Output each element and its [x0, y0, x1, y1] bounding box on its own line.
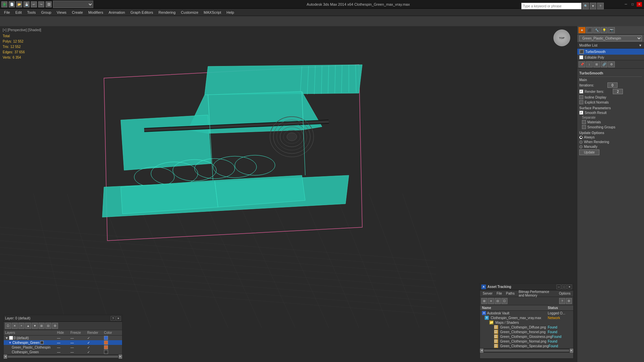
menu-edit[interactable]: Edit [13, 9, 24, 16]
ap-restore-btn[interactable]: □ [562, 285, 567, 289]
ap-scroll-left[interactable]: ◄ [480, 349, 483, 353]
maximize-button[interactable]: □ [630, 2, 635, 7]
ap-close-btn[interactable]: ✕ [567, 285, 572, 289]
panel-icon-pin[interactable]: 📌 [579, 61, 585, 67]
search-icon[interactable]: 🔍 [582, 3, 589, 9]
lp-row-default[interactable]: ▼ ✓ 0 (default) — — ✓ [4, 336, 122, 340]
navigation-cube[interactable]: TOP [553, 29, 574, 50]
ts-render-iters-input[interactable] [613, 89, 623, 94]
ap-row-glossiness[interactable]: 🖼 Green_Clothespin_Glossiness.png Found [480, 334, 573, 339]
lp-scroll-track[interactable] [8, 356, 118, 358]
ts-smooth-result-check[interactable] [579, 111, 583, 115]
ts-smoothing-groups-check[interactable] [582, 125, 586, 129]
modifier-item-editablepoly[interactable]: ✓ Editable Poly [577, 55, 644, 60]
ap-horizontal-scrollbar[interactable]: ◄ ► [480, 348, 573, 352]
open-btn[interactable]: 📂 [16, 1, 22, 7]
cube-face-top[interactable]: TOP [553, 29, 570, 46]
lp-row-clothespin-green-sub[interactable]: Clothespin_Green — — ✓ [4, 350, 122, 354]
minimize-button[interactable]: ─ [623, 2, 629, 7]
ap-scroll-right[interactable]: ► [570, 349, 573, 353]
lp-scroll-left[interactable]: ◄ [4, 355, 7, 359]
menu-maxscript[interactable]: MAXScript [201, 9, 224, 16]
new-btn[interactable]: 📄 [9, 1, 15, 7]
editablepoly-check[interactable]: ✓ [579, 55, 583, 59]
ap-menu-options[interactable]: Options [558, 291, 572, 296]
workspace-dropdown[interactable]: Workspace: Default [53, 1, 93, 8]
panel-icon-move[interactable]: ↕ [586, 61, 593, 67]
lp-tool-expand[interactable]: ⊞ [39, 323, 45, 329]
ts-explicit-check[interactable] [579, 100, 583, 104]
lp-scroll-right[interactable]: ► [119, 355, 122, 359]
undo-btn[interactable]: ↩ [31, 1, 37, 7]
menu-group[interactable]: Group [38, 9, 54, 16]
menu-customize[interactable]: Customize [178, 9, 201, 16]
lp-tool-create[interactable]: 🗋 [5, 323, 11, 329]
ap-tool-help[interactable]: ? [559, 298, 565, 304]
rp-icon4[interactable]: 💡 [601, 27, 607, 33]
ap-row-fresnel[interactable]: 🖼 Green_Clothespin_fresnel.png Found [480, 329, 573, 334]
ts-when-rendering-radio[interactable] [579, 140, 583, 144]
rp-icon1[interactable]: ■ [579, 27, 585, 33]
menu-graph-editors[interactable]: Graph Editors [128, 9, 156, 16]
ts-always-radio[interactable] [579, 136, 583, 139]
rp-icon3[interactable]: 🔧 [593, 27, 600, 33]
ap-tool2[interactable]: ≡ [488, 298, 494, 304]
modifier-list-arrow[interactable]: ▼ [639, 44, 642, 47]
lp-tool-add[interactable]: + [18, 323, 24, 329]
lp-row-clothespin-green[interactable]: ▼ Clothespin_Green — — ✓ [4, 340, 122, 345]
rp-icon2[interactable]: ⬛ [586, 27, 593, 33]
close-button[interactable]: ✕ [637, 2, 642, 7]
search-options-icon[interactable]: ▼ [590, 3, 596, 9]
help-search-icon[interactable]: ? [597, 3, 604, 9]
ts-render-iters-check[interactable] [579, 89, 583, 94]
ap-row-vault[interactable]: A Autodesk Vault Logged O... [480, 311, 573, 315]
modifier-item-turbosmooth[interactable]: ⬛ TurboSmooth [577, 49, 644, 55]
ap-tool4[interactable]: 🗋 [501, 298, 507, 304]
ts-isoline-check[interactable] [579, 95, 583, 99]
menu-tools[interactable]: Tools [24, 9, 39, 16]
menu-animation[interactable]: Animation [106, 9, 128, 16]
ap-row-maps[interactable]: 📁 Maps / Shaders [480, 320, 573, 325]
ap-row-specular[interactable]: 🖼 Green_Clothespin_Specular.png Found [480, 344, 573, 348]
panel-icon-link[interactable]: 🔗 [601, 61, 607, 67]
app-icon[interactable]: 🐉 [1, 1, 7, 7]
search-input[interactable] [521, 3, 582, 9]
ts-materials-check[interactable] [582, 120, 586, 124]
ap-row-maxfile[interactable]: 3 Clothespin_Green_max_vray.max Network [480, 315, 573, 320]
ap-menu-server[interactable]: Server [481, 291, 494, 296]
lp-tool-move-down[interactable]: ▼ [32, 323, 38, 329]
ap-row-normal[interactable]: 🖼 Green_Clothespin_Normal.png Found [480, 339, 573, 344]
save-btn[interactable]: 💾 [23, 1, 30, 7]
menu-rendering[interactable]: Rendering [156, 9, 178, 16]
lp-tool-collapse[interactable]: ⊟ [45, 323, 51, 329]
ap-scroll-track[interactable] [484, 350, 569, 352]
redo-btn[interactable]: ↪ [38, 1, 44, 7]
lp-horizontal-scrollbar[interactable]: ◄ ► [4, 354, 122, 358]
lp-row-cgs-color[interactable] [104, 350, 108, 354]
ts-iterations-input[interactable] [607, 82, 618, 88]
lp-row-green-plastic[interactable]: Green_Plastic_Clothespin — — ✓ [4, 345, 122, 350]
lp-close-btn[interactable]: ✕ [116, 316, 121, 321]
rp-icon5[interactable]: 📷 [608, 27, 615, 33]
lp-tool-delete[interactable]: ✕ [12, 323, 18, 329]
ts-update-button[interactable]: Update [579, 149, 599, 155]
menu-create[interactable]: Create [69, 9, 86, 16]
menu-modifiers[interactable]: Modifiers [86, 9, 106, 16]
render-setup-btn[interactable]: 🖼 [46, 1, 52, 7]
ap-tool1[interactable]: ⊞ [481, 298, 487, 304]
menu-file[interactable]: File [1, 9, 13, 16]
menu-help[interactable]: Help [224, 9, 237, 16]
ap-row-diffuse[interactable]: 🖼 Green_Clothespin_Diffuse.png Found [480, 325, 573, 329]
lp-row-default-color[interactable] [104, 336, 108, 340]
menu-views[interactable]: Views [54, 9, 69, 16]
ap-tool-settings[interactable]: ⚙ [566, 298, 572, 304]
lp-help-btn[interactable]: ? [111, 316, 115, 321]
ap-minimize-btn[interactable]: ─ [556, 285, 561, 289]
ap-tool3[interactable]: ⊟ [495, 298, 501, 304]
lp-tool-move-up[interactable]: ▲ [25, 323, 31, 329]
object-name-dropdown[interactable]: Green_Plastic_Clothespin [579, 36, 642, 41]
ap-menu-file[interactable]: File [495, 291, 503, 296]
lp-tool-settings[interactable]: ⚙ [52, 323, 58, 329]
ap-menu-paths[interactable]: Paths [505, 291, 516, 296]
lp-row-cg-color[interactable] [104, 341, 108, 345]
